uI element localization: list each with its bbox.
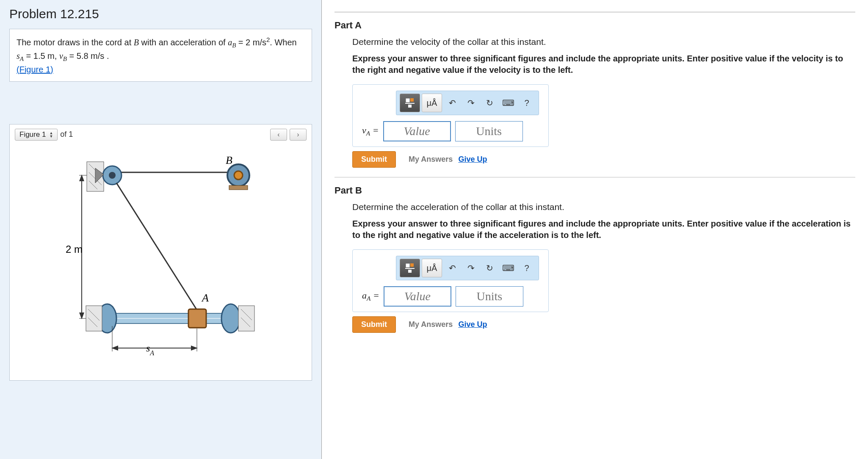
svg-rect-38 bbox=[410, 263, 414, 267]
val-text: = 5.8 m/s . bbox=[67, 51, 109, 61]
template-button[interactable] bbox=[400, 94, 420, 112]
sub-B: B bbox=[63, 55, 67, 62]
sub-A: A bbox=[20, 55, 24, 62]
keyboard-button[interactable]: ⌨ bbox=[500, 94, 517, 112]
fraction-icon bbox=[404, 97, 415, 108]
keyboard-icon: ⌨ bbox=[502, 98, 514, 108]
reset-button[interactable]: ↻ bbox=[481, 259, 498, 277]
svg-rect-34 bbox=[410, 98, 414, 102]
part-a-answer-row: vA = bbox=[362, 121, 539, 141]
label-B: B bbox=[226, 154, 232, 166]
figure-selector[interactable]: Figure 1 ▲▼ bbox=[15, 129, 58, 141]
figure-header: Figure 1 ▲▼ of 1 ‹ › bbox=[15, 129, 307, 141]
part-a-value-input[interactable] bbox=[383, 121, 451, 141]
part-a-give-up-link[interactable]: Give Up bbox=[458, 155, 487, 163]
part-b-toolbar: μÅ ↶ ↷ ↻ ⌨ ? bbox=[396, 256, 539, 280]
next-figure-button[interactable]: › bbox=[290, 129, 307, 141]
help-icon: ? bbox=[524, 98, 529, 108]
part-b-variable: aA = bbox=[362, 290, 379, 302]
label-A: A bbox=[201, 292, 209, 304]
undo-button[interactable]: ↶ bbox=[444, 94, 461, 112]
prev-figure-button[interactable]: ‹ bbox=[270, 129, 287, 141]
part-b-answer-row: aA = bbox=[362, 286, 539, 307]
part-b-give-up-link[interactable]: Give Up bbox=[458, 320, 487, 329]
figure-nav: ‹ › bbox=[270, 129, 307, 141]
desc-text: The motor draws in the cord at bbox=[17, 38, 134, 47]
reset-button[interactable]: ↻ bbox=[481, 94, 498, 112]
part-a-my-answers: My Answers bbox=[409, 155, 453, 163]
part-a-toolbar: μÅ ↶ ↷ ↻ ⌨ ? bbox=[396, 91, 539, 115]
figure-box: Figure 1 ▲▼ of 1 ‹ › bbox=[9, 124, 312, 381]
part-b-submit-button[interactable]: Submit bbox=[352, 316, 396, 333]
var-v: v bbox=[59, 51, 63, 61]
val-text: = 2 m/s bbox=[236, 38, 266, 47]
desc-text: with an acceleration of bbox=[139, 38, 228, 47]
keyboard-button[interactable]: ⌨ bbox=[500, 259, 517, 277]
units-button[interactable]: μÅ bbox=[422, 259, 442, 277]
help-button[interactable]: ? bbox=[518, 94, 535, 112]
desc-text: . When bbox=[270, 38, 296, 47]
part-a-submit-button[interactable]: Submit bbox=[352, 151, 396, 168]
figure-image: B 2 m bbox=[15, 145, 307, 373]
part-b-title: Part B bbox=[334, 185, 855, 196]
var-a: a bbox=[228, 38, 232, 47]
problem-panel: Problem 12.215 The motor draws in the co… bbox=[0, 0, 322, 459]
keyboard-icon: ⌨ bbox=[502, 263, 514, 273]
svg-rect-36 bbox=[408, 105, 412, 108]
redo-button[interactable]: ↷ bbox=[462, 259, 479, 277]
figure-link[interactable]: (Figure 1) bbox=[17, 65, 53, 74]
fraction-icon bbox=[404, 263, 415, 274]
label-sA: sA bbox=[146, 343, 154, 357]
var-s: s bbox=[17, 51, 20, 61]
part-a-body: Determine the velocity of the collar at … bbox=[334, 37, 855, 168]
units-icon-label: μÅ bbox=[427, 98, 437, 108]
reset-icon: ↻ bbox=[486, 98, 493, 108]
svg-rect-33 bbox=[406, 99, 409, 102]
sub-B: B bbox=[232, 42, 236, 49]
svg-rect-40 bbox=[408, 270, 412, 273]
problem-title: Problem 12.215 bbox=[9, 7, 312, 21]
label-2m: 2 m bbox=[66, 243, 83, 255]
units-button[interactable]: μÅ bbox=[422, 94, 442, 112]
svg-point-23 bbox=[221, 304, 240, 333]
part-b-my-answers: My Answers bbox=[409, 320, 453, 329]
svg-point-5 bbox=[109, 172, 116, 179]
undo-icon: ↶ bbox=[449, 98, 456, 108]
svg-rect-27 bbox=[188, 309, 206, 328]
svg-rect-37 bbox=[406, 264, 409, 267]
stepper-arrows-icon: ▲▼ bbox=[49, 131, 53, 138]
undo-button[interactable]: ↶ bbox=[444, 259, 461, 277]
part-a-question: Determine the velocity of the collar at … bbox=[352, 37, 855, 47]
part-a-title: Part A bbox=[334, 20, 855, 31]
part-b-value-input[interactable] bbox=[384, 286, 451, 307]
svg-rect-24 bbox=[238, 306, 254, 331]
part-a-submit-row: Submit My Answers Give Up bbox=[352, 151, 855, 168]
svg-point-9 bbox=[234, 171, 243, 180]
redo-icon: ↷ bbox=[467, 98, 475, 108]
part-a-answer-frame: μÅ ↶ ↷ ↻ ⌨ ? vA = bbox=[352, 84, 549, 147]
val-text: = 1.5 m, bbox=[24, 51, 59, 61]
help-icon: ? bbox=[524, 263, 529, 273]
reset-icon: ↻ bbox=[486, 263, 493, 273]
template-button[interactable] bbox=[400, 259, 420, 277]
part-a-instructions: Express your answer to three significant… bbox=[352, 53, 855, 76]
mechanism-diagram: B 2 m bbox=[61, 149, 260, 369]
figure-count: of 1 bbox=[60, 130, 73, 139]
svg-line-11 bbox=[116, 183, 197, 310]
redo-icon: ↷ bbox=[467, 263, 475, 273]
part-a-units-input[interactable] bbox=[455, 121, 523, 141]
part-b-answer-frame: μÅ ↶ ↷ ↻ ⌨ ? aA = bbox=[352, 249, 549, 312]
var-B: B bbox=[134, 38, 139, 47]
part-b-units-input[interactable] bbox=[456, 286, 523, 307]
part-b-instructions: Express your answer to three significant… bbox=[352, 218, 855, 241]
part-b-body: Determine the acceleration of the collar… bbox=[334, 202, 855, 333]
undo-icon: ↶ bbox=[449, 263, 456, 273]
help-button[interactable]: ? bbox=[518, 259, 535, 277]
redo-button[interactable]: ↷ bbox=[462, 94, 479, 112]
part-b-submit-row: Submit My Answers Give Up bbox=[352, 316, 855, 333]
part-a-variable: vA = bbox=[362, 125, 379, 137]
answer-panel: Part A Determine the velocity of the col… bbox=[322, 0, 868, 459]
svg-rect-10 bbox=[229, 185, 248, 190]
problem-description: The motor draws in the cord at B with an… bbox=[9, 29, 312, 82]
figure-selector-label: Figure 1 bbox=[19, 130, 46, 139]
